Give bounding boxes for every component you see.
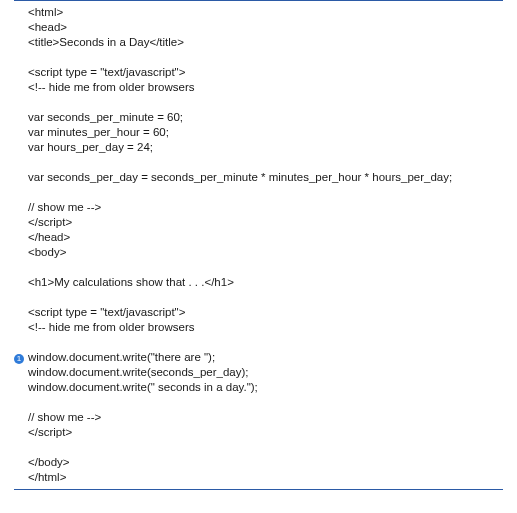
- code-line: <!-- hide me from older browsers: [14, 320, 503, 335]
- code-text: // show me -->: [28, 200, 503, 215]
- code-text: </html>: [28, 470, 503, 485]
- code-text: <!-- hide me from older browsers: [28, 320, 503, 335]
- code-text: <body>: [28, 245, 503, 260]
- code-text: var hours_per_day = 24;: [28, 140, 503, 155]
- code-line: </script>: [14, 215, 503, 230]
- code-line: [14, 395, 503, 410]
- bottom-rule: [14, 489, 503, 490]
- code-line: var minutes_per_hour = 60;: [14, 125, 503, 140]
- code-line: var hours_per_day = 24;: [14, 140, 503, 155]
- code-line: [14, 440, 503, 455]
- code-line: <h1>My calculations show that . . .</h1>: [14, 275, 503, 290]
- code-text: </head>: [28, 230, 503, 245]
- code-line: <head>: [14, 20, 503, 35]
- code-line: [14, 50, 503, 65]
- code-line: <html>: [14, 5, 503, 20]
- code-text: </script>: [28, 215, 503, 230]
- code-text: <!-- hide me from older browsers: [28, 80, 503, 95]
- code-line: <!-- hide me from older browsers: [14, 80, 503, 95]
- code-line: 1window.document.write("there are ");: [14, 350, 503, 365]
- code-text: var seconds_per_day = seconds_per_minute…: [28, 170, 503, 185]
- code-text: </body>: [28, 455, 503, 470]
- code-listing-container: <html><head><title>Seconds in a Day</tit…: [0, 0, 517, 490]
- code-line: </script>: [14, 425, 503, 440]
- code-line: window.document.write(" seconds in a day…: [14, 380, 503, 395]
- code-text: var seconds_per_minute = 60;: [28, 110, 503, 125]
- code-line: [14, 155, 503, 170]
- code-text: window.document.write(" seconds in a day…: [28, 380, 503, 395]
- code-line: </body>: [14, 455, 503, 470]
- code-text: <title>Seconds in a Day</title>: [28, 35, 503, 50]
- code-text: <html>: [28, 5, 503, 20]
- code-line: <script type = "text/javascript">: [14, 305, 503, 320]
- code-text: // show me -->: [28, 410, 503, 425]
- code-line: [14, 185, 503, 200]
- code-line: var seconds_per_day = seconds_per_minute…: [14, 170, 503, 185]
- code-text: window.document.write(seconds_per_day);: [28, 365, 503, 380]
- code-line: [14, 260, 503, 275]
- gutter: 1: [14, 350, 28, 365]
- code-line: </html>: [14, 470, 503, 485]
- code-text: <script type = "text/javascript">: [28, 305, 503, 320]
- code-line: // show me -->: [14, 200, 503, 215]
- callout-icon: 1: [14, 354, 24, 364]
- code-line: // show me -->: [14, 410, 503, 425]
- code-line: <script type = "text/javascript">: [14, 65, 503, 80]
- code-line: var seconds_per_minute = 60;: [14, 110, 503, 125]
- code-text: <h1>My calculations show that . . .</h1>: [28, 275, 503, 290]
- code-line: [14, 335, 503, 350]
- code-line: <body>: [14, 245, 503, 260]
- code-text: </script>: [28, 425, 503, 440]
- code-line: <title>Seconds in a Day</title>: [14, 35, 503, 50]
- code-block: <html><head><title>Seconds in a Day</tit…: [14, 5, 503, 485]
- code-text: window.document.write("there are ");: [28, 350, 503, 365]
- code-line: [14, 290, 503, 305]
- code-text: var minutes_per_hour = 60;: [28, 125, 503, 140]
- code-text: <head>: [28, 20, 503, 35]
- code-line: </head>: [14, 230, 503, 245]
- code-line: window.document.write(seconds_per_day);: [14, 365, 503, 380]
- code-text: <script type = "text/javascript">: [28, 65, 503, 80]
- top-rule: [14, 0, 503, 1]
- code-line: [14, 95, 503, 110]
